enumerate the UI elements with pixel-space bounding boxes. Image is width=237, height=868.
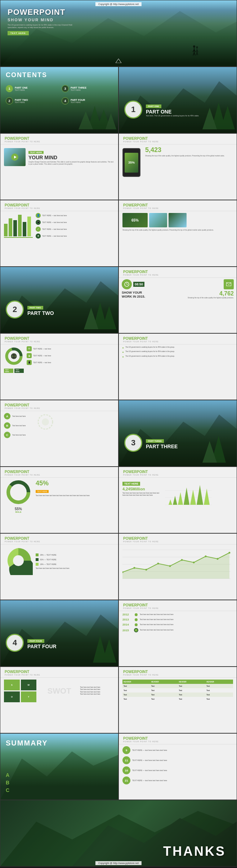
svg-point-69	[205, 556, 207, 557]
part-one-title: PART ONE	[146, 109, 199, 115]
svg-line-28	[127, 284, 128, 285]
globe-item-1: ✉ TEXT HERE — text here	[27, 346, 115, 351]
td-r3c4: Text	[205, 693, 233, 697]
num-21: 21	[122, 776, 130, 784]
pct-55-label: 55%	[4, 507, 33, 511]
swot-text: SWOT	[42, 686, 77, 696]
phone-mockup: 35%	[122, 146, 142, 177]
globe-item-3: 📱 TEXT HERE — text here	[27, 360, 115, 365]
peaks-svg	[165, 480, 212, 508]
desktop-icon: 🖥	[28, 355, 31, 357]
bar-4	[18, 215, 22, 236]
icon-1: 👤	[36, 213, 41, 218]
svg-marker-53	[197, 485, 203, 505]
trees-p2	[82, 301, 118, 333]
ppt-swot-slide: POWERPOINT POWER YOUR POINT TO HERE S W …	[0, 667, 118, 733]
globe-item-2: 🖥 TEXT HERE — text here	[27, 353, 115, 358]
btn-text-2[interactable]: TEXT HERE	[14, 369, 24, 373]
ppt-header-15: POWERPOINT POWER YOUR POINT TO HERE	[119, 667, 237, 678]
svg-line-6	[194, 53, 195, 55]
bar-3	[13, 220, 17, 236]
globe-container: TEXT HERE TEXT HERE	[4, 346, 24, 373]
td-r4c3: Text	[178, 697, 206, 701]
btn-text-1[interactable]: TEXT HERE	[4, 369, 13, 373]
ppt-header-12: POWERPOINT POWER YOUR POINT TO HERE	[119, 534, 237, 544]
globe-icon-3: 📱	[27, 360, 32, 365]
phone-screen: 35%	[125, 153, 138, 173]
ppt-brand-3: POWERPOINT	[5, 203, 114, 207]
bullet-1: The US government is seeking buyers for …	[122, 346, 233, 348]
peaks-left: TEXT HERE 4,245Million Text here text he…	[122, 480, 162, 510]
peaks-desc: Text here text here text here text here …	[122, 492, 162, 497]
td-r4c1: Text	[122, 697, 150, 701]
phone-icon: 📱	[37, 221, 40, 224]
swot-cells: S W O T	[4, 680, 36, 702]
donut-55: 55% MALE	[4, 480, 33, 513]
summary-title: SUMMARY	[6, 739, 48, 747]
icon-4: ★	[36, 233, 41, 239]
ppt-peaks-slide: POWERPOINT POWER YOUR POINT TO HERE TEXT…	[118, 467, 237, 533]
list-item-2: 📱 TEXT HERE — text here text here	[36, 220, 115, 225]
stat-4245: 4,245Million	[122, 487, 162, 491]
summary-c: C	[6, 787, 9, 794]
legend-dot-1	[36, 553, 39, 556]
ppt-abc-slide: POWERPOINT POWER YOUR POINT TO HERE A Te…	[0, 400, 118, 467]
td-r3c2: Text	[150, 693, 178, 697]
ppt-tagline-9: POWER YOUR POINT TO HERE	[5, 474, 114, 476]
svg-point-65	[157, 563, 159, 565]
td-r1c4: Text	[205, 684, 233, 688]
time-display: 08:50	[133, 282, 144, 287]
label-a: A	[4, 413, 10, 419]
phone-device: 35%	[122, 148, 140, 177]
part-four-num: 4	[6, 634, 24, 652]
ppt-65pct-slide: POWERPOINT POWER YOUR POINT TO HERE 65% …	[118, 200, 237, 267]
ppt-brand-10: POWERPOINT	[123, 470, 232, 474]
text-b: Text here text here	[12, 425, 26, 427]
part-three-slide: 3 PART THREE PART THREE	[118, 400, 237, 467]
part-four-label: PART FOUR PART FOUR	[27, 637, 57, 649]
svg-point-70	[217, 558, 219, 560]
show-work-title: SHOW YOUR WORK IN 2015.	[122, 291, 151, 299]
your-mind-desc: Graphic Design Features and Activities T…	[28, 161, 115, 166]
part-four-title: PART FOUR	[27, 644, 57, 649]
ppt-header-2: POWERPOINT POWER YOUR POINT TO HERE	[119, 134, 237, 144]
ppt-header-7: POWERPOINT POWER YOUR POINT TO HERE	[119, 334, 237, 344]
numlist-text-10: TEXT HERE — text here text here text her…	[132, 769, 167, 771]
clock-row: 08:50	[122, 279, 151, 289]
ppt-header-5: POWERPOINT POWER YOUR POINT TO HERE	[119, 267, 237, 278]
ppt-brand-2: POWERPOINT	[123, 137, 232, 141]
ppt-header-11: POWERPOINT POWER YOUR POINT TO HERE	[0, 534, 118, 544]
ppt-tagline-14: POWER YOUR POINT TO HERE	[5, 674, 114, 676]
numlist-text-21: TEXT HERE — text here text here text her…	[132, 779, 167, 782]
ppt-header-8: POWERPOINT POWER YOUR POINT TO HERE	[0, 400, 118, 411]
part-one-tag: PART ONE	[146, 104, 161, 108]
svg-point-66	[169, 565, 171, 567]
content-num-4: 4	[62, 97, 69, 104]
summary-title-container: SUMMARY	[6, 739, 48, 747]
td-r1c2: Text	[150, 684, 178, 688]
abc-labels: A Text here text here B Text here text h…	[4, 413, 33, 438]
play-icon	[11, 153, 18, 161]
svg-point-1	[193, 45, 195, 48]
dot-2012	[135, 613, 138, 616]
svg-marker-75	[0, 751, 118, 800]
list-item-4: ★ TEXT HERE — text here text here	[36, 233, 115, 239]
hero-slide: Copyright @ http://www.pptstore.net POWE…	[0, 0, 237, 67]
timeline-2012: 2012 Text here text here text here text …	[122, 613, 233, 616]
check-icon: ✓	[37, 228, 39, 231]
td-r2c2: Text	[150, 688, 178, 693]
legend-2: 52% — TEXT HERE	[36, 558, 115, 561]
numlist-item-11: 11 TEXT HERE — text here text here text …	[122, 756, 233, 764]
part-three-num: 3	[124, 434, 142, 452]
content-item-2: 2 PART TWO TEXT HERE	[6, 97, 59, 104]
part-three-badge: 3 PART THREE PART THREE	[124, 434, 178, 452]
part-three-title: PART THREE	[146, 444, 178, 449]
hero-mountain-svg	[0, 0, 237, 66]
th-2: HEADER	[150, 680, 178, 684]
bullet-dot-1	[122, 347, 124, 348]
list-item-3: ✓ TEXT HERE — text here text here	[36, 227, 115, 232]
list-text-1: TEXT HERE — text here text here	[42, 215, 67, 217]
ppt-tagline-8: POWER YOUR POINT TO HERE	[5, 407, 114, 409]
timeline-body: 2012 Text here text here text here text …	[119, 611, 237, 634]
timeline-2015: 2015 Text here text here text here text …	[122, 628, 233, 632]
